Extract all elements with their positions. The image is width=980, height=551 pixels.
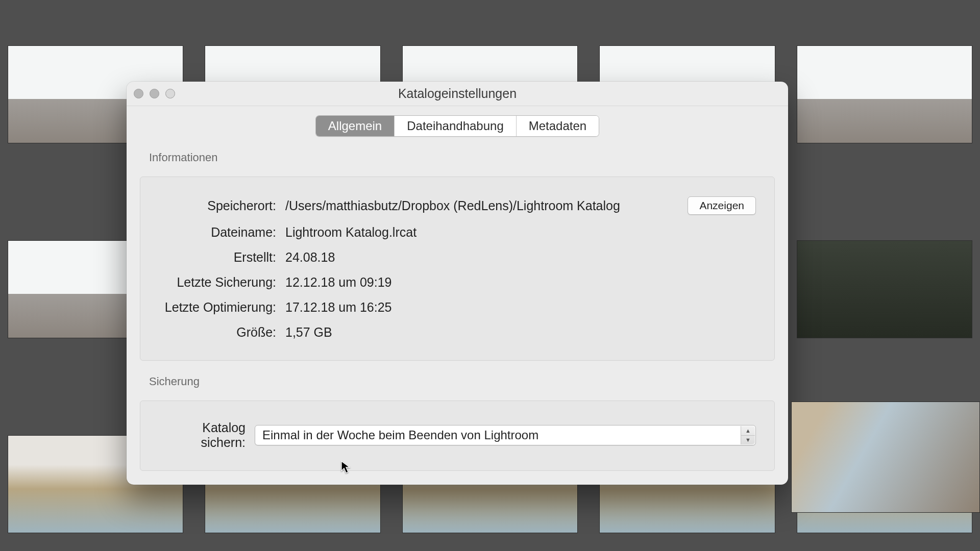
size-label: Größe:: [159, 325, 276, 340]
tab-metadata[interactable]: Metadaten: [516, 116, 599, 136]
filename-label: Dateiname:: [159, 225, 276, 240]
location-value: /Users/matthiasbutz/Dropbox (RedLens)/Li…: [285, 198, 678, 213]
thumbnail[interactable]: [797, 45, 972, 143]
backup-panel: Katalog sichern: ▲ ▼: [140, 400, 775, 471]
information-panel: Speicherort: /Users/matthiasbutz/Dropbox…: [140, 177, 775, 361]
show-button[interactable]: Anzeigen: [688, 196, 756, 215]
last-backup-label: Letzte Sicherung:: [159, 275, 276, 290]
last-optimize-label: Letzte Optimierung:: [159, 300, 276, 315]
created-label: Erstellt:: [159, 250, 276, 265]
minimize-icon[interactable]: [150, 89, 159, 98]
webcam-overlay: [791, 402, 980, 513]
chevron-down-icon: ▼: [741, 436, 755, 445]
size-value: 1,57 GB: [285, 325, 756, 340]
backup-frequency-select[interactable]: [255, 425, 756, 445]
created-value: 24.08.18: [285, 250, 756, 265]
zoom-icon[interactable]: [165, 89, 175, 98]
catalog-settings-dialog: Katalogeinstellungen Allgemein Dateihand…: [127, 82, 788, 485]
dialog-title: Katalogeinstellungen: [398, 86, 517, 101]
location-label: Speicherort:: [159, 198, 276, 213]
tab-bar: Allgemein Dateihandhabung Metadaten: [315, 115, 599, 137]
filename-value: Lightroom Katalog.lrcat: [285, 225, 756, 240]
close-icon[interactable]: [134, 89, 143, 98]
tab-file-handling[interactable]: Dateihandhabung: [394, 116, 516, 136]
thumbnail[interactable]: [797, 240, 972, 338]
tab-general[interactable]: Allgemein: [316, 116, 394, 136]
chevron-up-icon: ▲: [741, 426, 755, 436]
stepper-icon[interactable]: ▲ ▼: [741, 426, 755, 444]
last-backup-value: 12.12.18 um 09:19: [285, 275, 756, 290]
backup-label: Katalog sichern:: [159, 420, 246, 450]
information-heading: Informationen: [149, 151, 788, 164]
backup-heading: Sicherung: [149, 375, 788, 388]
titlebar: Katalogeinstellungen: [127, 82, 788, 106]
last-optimize-value: 17.12.18 um 16:25: [285, 300, 756, 315]
